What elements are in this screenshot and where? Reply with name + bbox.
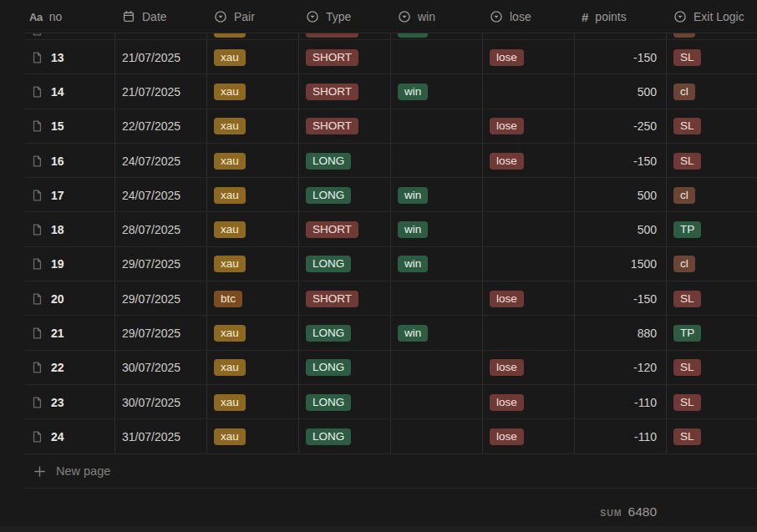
cell-type[interactable]: LONG <box>298 316 390 350</box>
cell-win[interactable] <box>390 144 482 178</box>
cell-exit-logic[interactable]: SL <box>666 40 757 74</box>
cell-exit-logic[interactable]: SL <box>666 385 757 419</box>
column-header-points[interactable]: #points <box>574 0 666 33</box>
cell-win[interactable] <box>390 40 482 74</box>
cell-no[interactable]: 24 <box>0 419 114 453</box>
cell-pair[interactable]: xau <box>206 40 298 74</box>
cell-date[interactable]: 29/07/2025 <box>114 281 206 316</box>
cell-points[interactable]: 500 <box>574 212 666 246</box>
cell-pair[interactable]: xau <box>206 144 298 178</box>
column-header-lose[interactable]: lose <box>482 0 574 33</box>
cell-lose[interactable]: lose <box>482 109 574 144</box>
table-row[interactable]: 1522/07/2025xauSHORTlose-250SL <box>0 109 757 144</box>
cell-no[interactable]: 16 <box>0 144 114 178</box>
cell-points[interactable]: -120 <box>574 351 666 385</box>
cell-type[interactable]: LONG <box>298 419 390 453</box>
cell-win[interactable]: win <box>390 178 482 212</box>
column-header-no[interactable]: Aano <box>0 0 114 33</box>
cell-type[interactable]: SHORT <box>298 74 390 109</box>
cell-pair[interactable]: xau <box>206 212 298 246</box>
cell-date[interactable]: 28/07/2025 <box>114 212 206 246</box>
table-row[interactable]: 1724/07/2025xauLONGwin500cl <box>0 178 757 212</box>
cell-lose[interactable]: lose <box>482 40 574 74</box>
cell-no[interactable]: 18 <box>0 212 114 246</box>
cell-exit-logic[interactable]: SL <box>666 144 757 178</box>
cell-exit-logic[interactable]: SL <box>666 281 757 316</box>
column-header-date[interactable]: Date <box>114 0 206 33</box>
column-header-win[interactable]: win <box>390 0 482 33</box>
cell-lose[interactable] <box>482 212 574 246</box>
column-header-pair[interactable]: Pair <box>206 0 298 33</box>
cell-no[interactable]: 20 <box>0 281 114 316</box>
cell-points[interactable]: -150 <box>574 281 666 316</box>
table-row[interactable]: 2330/07/2025xauLONGlose-110SL <box>0 385 757 419</box>
cell-date[interactable]: 24/07/2025 <box>114 178 206 212</box>
cell-points[interactable]: 500 <box>574 74 666 109</box>
cell-pair[interactable]: xau <box>206 385 298 419</box>
cell-win[interactable]: win <box>390 247 482 281</box>
cell-no[interactable]: 14 <box>0 74 114 109</box>
cell-no[interactable]: 19 <box>0 247 114 281</box>
cell-lose[interactable]: lose <box>482 281 574 316</box>
cell-exit-logic[interactable]: cl <box>666 178 757 212</box>
cell-exit-logic[interactable]: cl <box>666 74 757 109</box>
cell-win[interactable]: win <box>390 74 482 109</box>
cell-pair[interactable]: xau <box>206 316 298 350</box>
cell-exit-logic[interactable]: SL <box>666 109 757 144</box>
cell-type[interactable]: SHORT <box>298 40 390 74</box>
cell-pair[interactable]: xau <box>206 419 298 453</box>
cell-exit-logic[interactable]: cl <box>666 247 757 281</box>
cell-lose[interactable]: lose <box>482 385 574 419</box>
cell-exit-logic[interactable]: SL <box>666 419 757 453</box>
column-header-type[interactable]: Type <box>298 0 390 33</box>
cell-points[interactable]: -150 <box>574 144 666 178</box>
table-row[interactable]: 2129/07/2025xauLONGwin880TP <box>0 316 757 350</box>
cell-date[interactable]: 22/07/2025 <box>114 109 206 144</box>
cell-win[interactable] <box>390 351 482 385</box>
cell-type[interactable]: SHORT <box>298 109 390 144</box>
cell-points[interactable]: -110 <box>574 419 666 453</box>
cell-lose[interactable]: lose <box>482 351 574 385</box>
cell-type[interactable]: SHORT <box>298 281 390 316</box>
cell-lose[interactable] <box>482 178 574 212</box>
cell-no[interactable]: 21 <box>0 316 114 350</box>
cell-points[interactable]: 880 <box>574 316 666 350</box>
new-page-button[interactable]: New page <box>0 454 757 489</box>
cell-no[interactable]: 15 <box>0 109 114 144</box>
cell-lose[interactable] <box>482 247 574 281</box>
cell-type[interactable]: LONG <box>298 247 390 281</box>
cell-pair[interactable]: xau <box>206 109 298 144</box>
cell-points[interactable]: 1500 <box>574 247 666 281</box>
table-row[interactable]: 1421/07/2025xauSHORTwin500cl <box>0 74 757 109</box>
cell-lose[interactable]: lose <box>482 144 574 178</box>
cell-date[interactable]: 21/07/2025 <box>114 40 206 74</box>
cell-exit-logic[interactable]: TP <box>666 316 757 350</box>
cell-date[interactable]: 29/07/2025 <box>114 247 206 281</box>
cell-exit-logic[interactable]: SL <box>666 351 757 385</box>
cell-win[interactable] <box>390 281 482 316</box>
cell-date[interactable]: 30/07/2025 <box>114 385 206 419</box>
cell-date[interactable]: 29/07/2025 <box>114 316 206 350</box>
cell-type[interactable]: LONG <box>298 351 390 385</box>
cell-pair[interactable]: xau <box>206 74 298 109</box>
table-row[interactable]: 1624/07/2025xauLONGlose-150SL <box>0 144 757 178</box>
cell-no[interactable]: 17 <box>0 178 114 212</box>
cell-no[interactable]: 22 <box>0 351 114 385</box>
cell-type[interactable]: LONG <box>298 144 390 178</box>
cell-no[interactable]: 13 <box>0 40 114 74</box>
cell-points[interactable]: 500 <box>574 178 666 212</box>
cell-date[interactable]: 24/07/2025 <box>114 144 206 178</box>
column-header-exit-logic[interactable]: Exit Logic <box>666 0 757 33</box>
cell-win[interactable] <box>390 385 482 419</box>
cell-date[interactable]: 21/07/2025 <box>114 74 206 109</box>
cell-points[interactable]: -250 <box>574 109 666 144</box>
table-row[interactable]: 1929/07/2025xauLONGwin1500cl <box>0 247 757 281</box>
cell-points[interactable]: -150 <box>574 40 666 74</box>
table-row[interactable]: 1321/07/2025xauSHORTlose-150SL <box>0 40 757 74</box>
cell-pair[interactable]: xau <box>206 178 298 212</box>
cell-lose[interactable]: lose <box>482 419 574 453</box>
table-row[interactable]: 2230/07/2025xauLONGlose-120SL <box>0 351 757 385</box>
cell-win[interactable]: win <box>390 316 482 350</box>
cell-date[interactable]: 30/07/2025 <box>114 351 206 385</box>
cell-no[interactable]: 23 <box>0 385 114 419</box>
